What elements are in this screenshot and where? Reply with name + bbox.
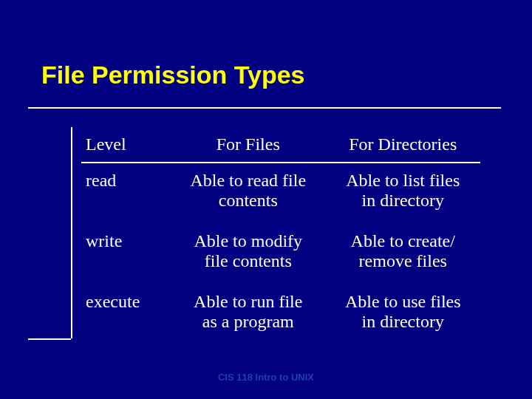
- cell-line: in directory: [362, 312, 444, 331]
- cell-line: as a program: [202, 312, 294, 331]
- cell-dirs: Able to use files in directory: [326, 284, 481, 345]
- cell-dirs: Able to create/ remove files: [326, 224, 481, 284]
- header-dirs: For Directories: [326, 127, 481, 163]
- cell-level: execute: [81, 284, 171, 345]
- cell-line: remove files: [359, 251, 447, 270]
- content-area: Level For Files For Directories read Abl…: [81, 127, 480, 345]
- cell-line: Able to list files: [346, 171, 460, 190]
- cell-level: read: [81, 163, 171, 224]
- cell-files: Able to run file as a program: [171, 284, 325, 345]
- permissions-table: Level For Files For Directories read Abl…: [81, 127, 480, 345]
- cell-line: Able to run file: [194, 292, 302, 311]
- cell-line: contents: [219, 191, 278, 210]
- cell-files: Able to read file contents: [171, 163, 325, 224]
- cell-line: Able to read file: [190, 171, 306, 190]
- header-level: Level: [81, 127, 171, 163]
- table-row: read Able to read file contents Able to …: [81, 163, 480, 224]
- cell-line: Able to use files: [345, 292, 461, 311]
- cell-level: write: [81, 224, 171, 284]
- cell-line: Able to create/: [351, 231, 455, 250]
- table-row: write Able to modify file contents Able …: [81, 224, 480, 284]
- header-files: For Files: [171, 127, 325, 163]
- table-header-row: Level For Files For Directories: [81, 127, 480, 163]
- cell-line: in directory: [362, 191, 444, 210]
- cell-line: file contents: [205, 251, 292, 270]
- cell-dirs: Able to list files in directory: [326, 163, 481, 224]
- slide-footer: CIS 118 Intro to UNIX: [0, 372, 532, 383]
- slide: File Permission Types Level For Files Fo…: [0, 0, 532, 399]
- table-left-rule: [71, 127, 72, 338]
- slide-title: File Permission Types: [41, 61, 305, 89]
- cell-line: Able to modify: [194, 231, 302, 250]
- table-row: execute Able to run file as a program Ab…: [81, 284, 480, 345]
- title-underline: [28, 107, 501, 109]
- table-corner-rule: [28, 338, 71, 340]
- cell-files: Able to modify file contents: [171, 224, 325, 284]
